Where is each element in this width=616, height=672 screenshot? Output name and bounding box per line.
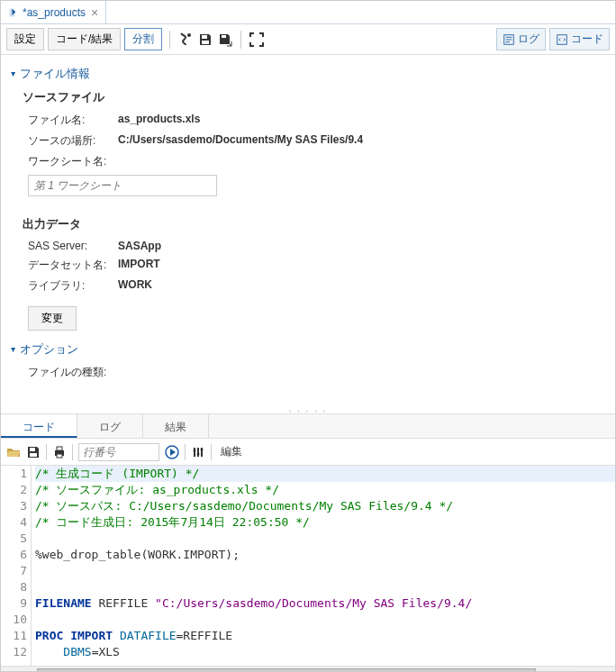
log-button[interactable]: ログ	[496, 28, 546, 50]
library-label: ライブラリ:	[28, 278, 118, 294]
separator	[211, 444, 212, 460]
svg-rect-3	[222, 35, 226, 38]
go-icon[interactable]	[165, 445, 179, 459]
code-button[interactable]: コード	[549, 28, 610, 50]
options-section[interactable]: オプション	[12, 341, 604, 358]
tab-code[interactable]: コード	[1, 414, 77, 438]
save-code-icon[interactable]	[26, 445, 41, 459]
worksheet-input[interactable]	[28, 175, 217, 196]
save-icon[interactable]	[197, 32, 213, 48]
sourceloc-value: C:/Users/sasdemo/Documents/My SAS Files/…	[118, 133, 363, 149]
dataset-label: データセット名:	[28, 258, 118, 273]
separator	[46, 444, 47, 460]
horizontal-scrollbar[interactable]	[1, 666, 615, 672]
svg-rect-10	[57, 454, 62, 458]
content-pane: ファイル情報 ソースファイル ファイル名:as_products.xls ソース…	[1, 55, 615, 406]
fullscreen-icon[interactable]	[249, 32, 265, 48]
svg-rect-6	[30, 448, 35, 451]
svg-point-12	[194, 449, 196, 451]
split-button[interactable]: 分割	[124, 28, 162, 50]
filename-value: as_products.xls	[118, 113, 200, 128]
code-editor[interactable]: 123456789101112 /* 生成コード (IMPORT) *//* ソ…	[1, 466, 615, 666]
tab-log[interactable]: ログ	[77, 414, 143, 438]
find-icon[interactable]	[191, 445, 205, 459]
program-icon	[8, 7, 19, 18]
filetype-label: ファイルの種類:	[28, 365, 106, 380]
code-results-button[interactable]: コード/結果	[48, 28, 121, 50]
run-icon[interactable]	[177, 32, 194, 48]
code-content[interactable]: /* 生成コード (IMPORT) *//* ソースファイル: as_produ…	[32, 466, 615, 666]
open-icon[interactable]	[6, 445, 21, 459]
code-icon	[556, 33, 568, 46]
output-data-header: 出力データ	[23, 216, 604, 232]
line-number-input[interactable]	[78, 443, 159, 461]
worksheet-label: ワークシート名:	[28, 154, 118, 169]
svg-point-0	[187, 33, 191, 37]
separator	[169, 31, 170, 49]
svg-rect-2	[202, 41, 209, 44]
server-label: SAS Server:	[28, 240, 118, 252]
svg-point-13	[197, 452, 200, 455]
line-gutter: 123456789101112	[1, 466, 32, 666]
tab-results[interactable]: 結果	[143, 414, 209, 438]
saveas-icon[interactable]	[217, 32, 233, 48]
log-icon	[503, 33, 515, 46]
svg-point-14	[201, 448, 204, 450]
change-button[interactable]: 変更	[28, 306, 77, 331]
file-info-section[interactable]: ファイル情報	[12, 66, 604, 82]
source-file-header: ソースファイル	[23, 89, 604, 105]
file-tab[interactable]: *as_products ×	[1, 1, 106, 23]
library-value: WORK	[118, 278, 152, 294]
svg-rect-1	[202, 35, 207, 39]
edit-label[interactable]: 編集	[217, 444, 246, 459]
splitter[interactable]: · · · · ·	[1, 406, 615, 413]
tab-title: *as_products	[23, 6, 86, 19]
filename-label: ファイル名:	[28, 113, 118, 128]
print-icon[interactable]	[52, 445, 67, 459]
settings-button[interactable]: 設定	[6, 28, 44, 50]
svg-rect-9	[57, 447, 62, 450]
dataset-value: IMPORT	[118, 258, 160, 273]
svg-rect-7	[30, 453, 37, 457]
sourceloc-label: ソースの場所:	[28, 133, 118, 149]
separator	[240, 31, 241, 49]
separator	[185, 444, 186, 460]
separator	[72, 444, 73, 460]
server-value: SASApp	[118, 240, 161, 252]
close-icon[interactable]: ×	[91, 5, 98, 20]
